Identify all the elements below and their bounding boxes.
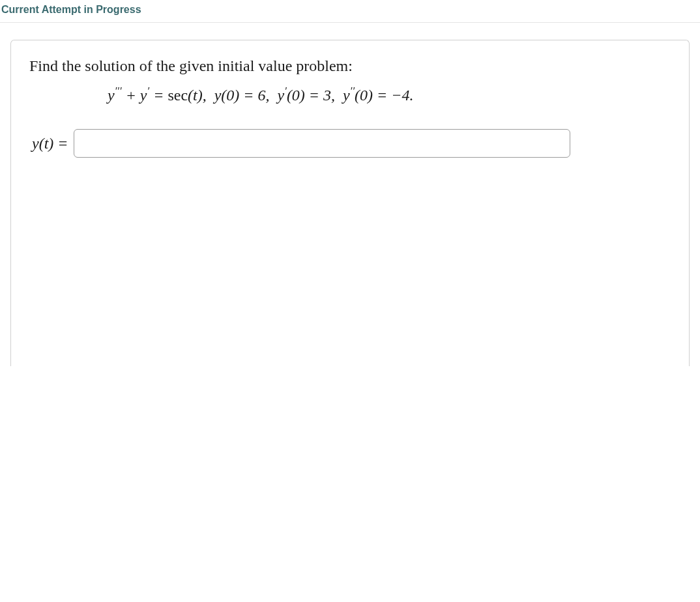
attempt-status-header: Current Attempt in Progress	[0, 0, 700, 23]
answer-row: y(t) =	[29, 129, 671, 158]
attempt-status-text: Current Attempt in Progress	[1, 4, 141, 15]
problem-prompt: Find the solution of the given initial v…	[29, 57, 671, 75]
problem-equation: y′′′ + y′ = sec(t), y(0) = 6, y′(0) = 3,…	[29, 87, 671, 104]
answer-label: y(t) =	[32, 135, 68, 152]
question-container: Find the solution of the given initial v…	[10, 40, 690, 366]
answer-input[interactable]	[74, 129, 570, 158]
